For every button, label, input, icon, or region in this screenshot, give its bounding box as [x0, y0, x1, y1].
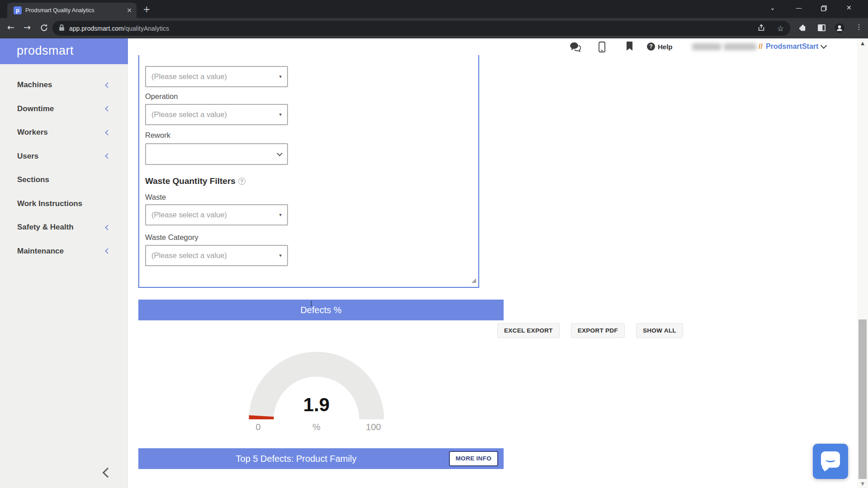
top5-defects-title: Top 5 Defects: Product Family [236, 454, 357, 464]
browser-tab-strip: p Prodsmart Quality Analytics ✕ + ⌄ — ✕ [0, 0, 868, 18]
dropdown-triangle-icon: ▾ [279, 253, 282, 258]
excel-export-button[interactable]: EXCEL EXPORT [497, 323, 560, 338]
new-tab-button[interactable]: + [143, 4, 151, 14]
sidebar-item-users[interactable]: Users [0, 145, 128, 169]
chevron-left-icon [105, 106, 111, 112]
lock-icon [59, 24, 65, 33]
share-icon[interactable] [757, 23, 765, 33]
reload-icon[interactable] [40, 23, 48, 34]
sidebar-item-sections[interactable]: Sections [0, 168, 128, 192]
export-pdf-button[interactable]: EXPORT PDF [571, 323, 625, 338]
operation-label: Operation [145, 92, 178, 101]
panel-resize-handle[interactable] [472, 278, 476, 283]
scroll-down-icon[interactable]: ▼ [857, 481, 868, 486]
app-header: ? Help // ProdsmartStart [128, 38, 857, 55]
account-name: ProdsmartStart [766, 42, 818, 51]
tab-title: Prodsmart Quality Analytics [25, 7, 123, 14]
account-separator: // [759, 42, 763, 51]
chevron-left-icon [105, 82, 111, 88]
rework-label: Rework [145, 131, 170, 140]
waste-category-select[interactable]: (Please select a value) ▾ [145, 245, 288, 266]
dropdown-triangle-icon: ▾ [279, 74, 282, 80]
scrollbar-thumb[interactable] [859, 319, 867, 479]
url-bar[interactable]: app.prodsmart.com/qualityAnalytics ☆ [52, 21, 790, 36]
help-question-icon: ? [647, 42, 655, 51]
browser-tab[interactable]: p Prodsmart Quality Analytics ✕ [7, 3, 137, 18]
quality-filters-panel: (Please select a value) ▾ Operation (Ple… [138, 55, 479, 288]
dropdown-triangle-icon: ▾ [279, 112, 282, 117]
waste-help-icon[interactable]: ? [238, 178, 245, 185]
more-info-button[interactable]: MORE INFO [449, 451, 498, 466]
text-cursor: I [310, 300, 313, 307]
sidebar-item-maintenance[interactable]: Maintenance [0, 239, 128, 263]
sidebar-nav: Machines Downtime Workers Users Sections… [0, 73, 128, 263]
defects-banner[interactable]: Defects % [138, 300, 504, 320]
window-restore-icon[interactable] [821, 5, 827, 13]
prodsmart-logo[interactable]: prodsmart [0, 38, 128, 64]
browser-menu-dots-icon[interactable]: ⋮ [855, 23, 863, 31]
tab-close-icon[interactable]: ✕ [127, 7, 132, 14]
rework-select[interactable] [145, 143, 288, 165]
chat-smile [826, 457, 835, 462]
browser-toolbar: ← → app.prodsmart.com/qualityAnalytics ☆… [0, 18, 868, 38]
browser-profile-avatar[interactable] [835, 23, 844, 35]
sidebar-item-workers[interactable]: Workers [0, 121, 128, 145]
user-name-blurred [692, 43, 721, 50]
gauge-max-label: 100 [359, 422, 387, 432]
operation-select[interactable]: (Please select a value) ▾ [145, 104, 288, 125]
sidebar: prodsmart Machines Downtime Workers User… [0, 38, 128, 488]
top5-defects-banner[interactable]: Top 5 Defects: Product Family MORE INFO [138, 448, 504, 469]
chat-bubble-icon [821, 451, 840, 468]
prodsmart-favicon: p [14, 6, 22, 14]
waste-quantity-filters-heading: Waste Quantity Filters? [145, 176, 245, 186]
url-text: app.prodsmart.com/qualityAnalytics [69, 25, 169, 32]
bookmark-star-icon[interactable]: ☆ [777, 24, 784, 33]
chevron-left-icon [105, 130, 111, 136]
window-minimize-icon[interactable]: — [796, 4, 802, 11]
sidebar-item-machines[interactable]: Machines [0, 73, 128, 97]
gauge-value: 1.9 [244, 394, 389, 416]
extensions-puzzle-icon[interactable] [798, 24, 807, 35]
scroll-up-icon[interactable]: ▲ [857, 41, 868, 46]
chevron-left-icon [105, 153, 111, 159]
waste-label: Waste [145, 193, 166, 202]
back-icon[interactable]: ← [7, 22, 14, 32]
tab-search-icon[interactable]: ⌄ [770, 4, 775, 11]
sidebar-item-work-instructions[interactable]: Work Instructions [0, 192, 128, 216]
help-label: Help [658, 43, 673, 51]
page-scrollbar[interactable]: ▲ ▼ [857, 38, 868, 488]
chevron-left-icon [105, 248, 111, 254]
sidebar-collapse-chevron[interactable] [103, 468, 113, 478]
account-menu[interactable]: // ProdsmartStart [759, 42, 826, 51]
gauge-unit-label: % [305, 422, 328, 432]
dropdown-triangle-icon: ▾ [279, 212, 282, 218]
side-panel-icon[interactable] [817, 24, 826, 34]
user-name-blurred-2 [724, 43, 756, 50]
gauge-min-label: 0 [247, 422, 269, 432]
bookmark-icon[interactable] [626, 42, 633, 53]
sidebar-item-safety-health[interactable]: Safety & Health [0, 216, 128, 239]
account-chevron-down-icon [821, 42, 827, 48]
forward-icon[interactable]: → [24, 22, 31, 32]
chat-messages-icon[interactable] [570, 42, 582, 54]
live-chat-widget-button[interactable] [813, 444, 848, 479]
chevron-left-icon [105, 225, 111, 230]
export-buttons-row: EXCEL EXPORT EXPORT PDF SHOW ALL [497, 323, 683, 338]
mobile-device-icon[interactable] [599, 42, 605, 54]
chevron-down-icon [277, 150, 283, 156]
waste-category-label: Waste Category [145, 233, 198, 242]
help-button[interactable]: ? Help [647, 42, 673, 51]
waste-select[interactable]: (Please select a value) ▾ [145, 204, 288, 225]
sidebar-item-downtime[interactable]: Downtime [0, 97, 128, 121]
show-all-button[interactable]: SHOW ALL [636, 323, 683, 338]
window-close-icon[interactable]: ✕ [846, 4, 852, 11]
first-filter-select[interactable]: (Please select a value) ▾ [145, 66, 288, 87]
